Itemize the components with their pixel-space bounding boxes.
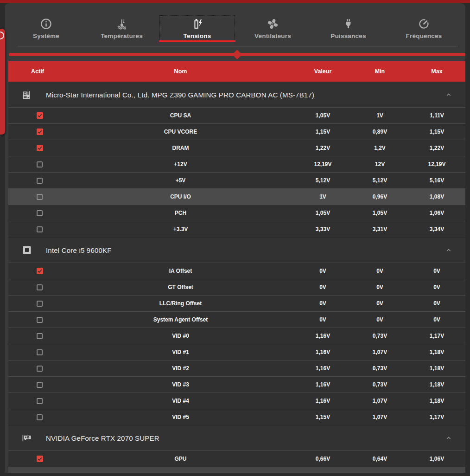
table-row[interactable]: DRAM 1,22V 1,2V 1,22V [8,140,465,156]
active-checkbox[interactable] [37,226,43,232]
table-row[interactable]: VID #4 1,16V 1,07V 1,18V [8,392,465,409]
sensor-min: 0V [351,300,408,307]
tab-puissances[interactable]: Puissances [311,15,386,41]
sensor-max: 0V [408,300,465,307]
sensor-min: 0,73V [351,333,408,339]
active-checkbox[interactable] [37,178,43,184]
active-checkbox[interactable] [37,382,43,388]
active-checkbox[interactable] [37,161,43,167]
tab-systeme[interactable]: Système [8,15,84,41]
tab-label: Températures [101,32,143,39]
sensor-value: 1,16V [294,398,351,404]
sensor-name: +12V [67,161,294,167]
active-checkbox[interactable] [37,194,43,200]
active-checkbox[interactable] [37,349,43,355]
actif-cell [8,145,67,151]
actif-cell [8,194,67,200]
sensor-max: 1,17V [408,414,465,420]
actif-cell [8,268,67,274]
sensor-min: 12V [351,161,408,167]
info-icon [40,18,52,30]
tab-temperatures[interactable]: Températures [84,15,159,41]
active-checkbox[interactable] [37,317,43,323]
chevron-up-icon[interactable] [444,245,453,255]
table-row[interactable]: GT Offset 0V 0V 0V [8,279,465,295]
active-checkbox[interactable] [37,414,43,420]
table-row[interactable]: VID #5 1,15V 1,07V 1,17V [8,409,465,425]
table-row[interactable]: +12V 12,19V 12V 12,19V [8,156,465,172]
motherboard-icon [21,89,32,100]
table-row[interactable]: VID #0 1,16V 0,73V 1,17V [8,328,465,344]
sensor-max: 1,18V [408,365,465,372]
active-checkbox[interactable] [37,301,43,307]
sensor-value: 1,05V [294,112,351,119]
slider-thumb-diamond[interactable] [232,50,242,59]
sensor-min: 0,96V [351,193,408,200]
table-row[interactable]: IA Offset 0V 0V 0V [8,263,465,279]
sensor-value: 1,15V [294,414,351,420]
active-checkbox[interactable] [37,456,43,462]
column-header-nom: Nom [67,68,294,75]
active-checkbox[interactable] [37,268,43,274]
sensor-max: 1,17V [408,333,465,339]
sensor-min: 1,07V [351,414,408,420]
active-checkbox[interactable] [37,398,43,404]
active-checkbox[interactable] [37,112,43,119]
sensor-value: 1,16V [294,349,351,355]
table-row[interactable]: VID #3 1,16V 0,73V 1,18V [8,376,465,392]
tab-label: Ventilateurs [254,32,291,39]
sensor-max: 1,11V [408,112,465,119]
tab-label: Puissances [330,32,366,39]
voltage-battery-icon [191,18,203,30]
section-header: Micro-Star International Co., Ltd. MPG Z… [8,82,465,107]
chevron-up-icon[interactable] [444,90,453,99]
table-row[interactable]: GPU 0,66V 0,64V 1,06V [8,450,465,467]
tab-label: Système [33,32,59,39]
table-row[interactable]: System Agent Offset 0V 0V 0V [8,311,465,328]
table-row[interactable]: CPU SA 1,05V 1V 1,11V [8,107,465,123]
active-checkbox[interactable] [37,366,43,372]
sensor-min: 1,2V [351,145,408,151]
sensor-min: 0,73V [351,381,408,388]
sensor-section: Micro-Star International Co., Ltd. MPG Z… [8,82,465,237]
tabbar-divider [18,46,458,46]
sensor-name: VID #3 [67,381,294,388]
sensor-name: VID #1 [67,349,294,355]
column-header-valeur: Valeur [294,68,351,75]
active-checkbox[interactable] [37,210,43,216]
chevron-up-icon[interactable] [444,433,453,443]
tab-frequences[interactable]: Fréquences [386,15,462,41]
sensor-value: 12,19V [294,161,351,167]
side-drawer-handle[interactable] [0,29,5,135]
sensor-value: 1V [294,193,351,200]
table-header-row: Actif Nom Valeur Min Max [8,61,465,82]
table-row[interactable]: VID #1 1,16V 1,07V 1,18V [8,344,465,360]
active-checkbox[interactable] [37,333,43,339]
sensor-value: 1,16V [294,333,351,339]
main-panel: Système Températures Tensions Ventilateu… [5,3,465,476]
actif-cell [8,414,67,420]
active-checkbox[interactable] [37,145,43,151]
table-row[interactable]: VID #2 1,16V 0,73V 1,18V [8,360,465,376]
actif-cell [8,366,67,372]
table-row[interactable]: LLC/Ring Offset 0V 0V 0V [8,295,465,311]
column-header-actif: Actif [8,68,67,75]
sensor-value: 0V [294,268,351,274]
table-row[interactable]: CPU VCORE 1,15V 0,89V 1,15V [8,123,465,140]
sensor-min: 0,64V [351,456,408,462]
sensor-max: 0V [408,316,465,323]
table-row[interactable]: +3.3V 3,33V 3,31V 3,34V [8,221,465,237]
tab-ventilateurs[interactable]: Ventilateurs [235,15,311,41]
table-row[interactable]: CPU I/O 1V 0,96V 1,08V [8,188,465,205]
actif-cell [8,456,67,462]
sensor-min: 0,89V [351,129,408,135]
section-title: Micro-Star International Co., Ltd. MPG Z… [46,91,314,99]
sensor-value: 1,15V [294,129,351,135]
sensor-name: +5V [67,177,294,184]
active-checkbox[interactable] [37,129,43,135]
section-rows: IA Offset 0V 0V 0V GT Offset 0V 0V 0V LL… [8,263,465,425]
table-row[interactable]: +5V 5,12V 5,12V 5,16V [8,172,465,188]
active-checkbox[interactable] [37,284,43,290]
table-row[interactable]: PCH 1,05V 1,05V 1,06V [8,205,465,221]
tab-tensions[interactable]: Tensions [159,15,235,41]
